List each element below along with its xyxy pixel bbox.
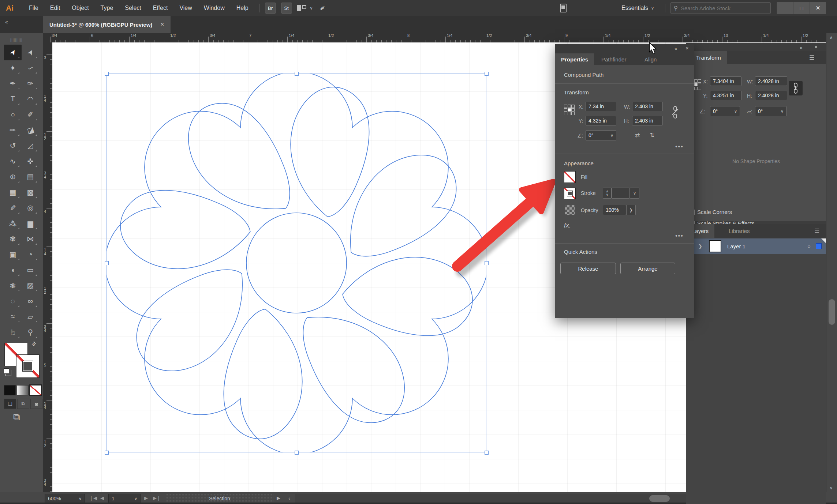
expand-layer-icon[interactable]: ❯ [698,244,702,249]
color-button[interactable] [4,385,16,395]
prev-artboard-icon[interactable]: ◀ [100,495,104,501]
dock-close-icon[interactable]: × [814,44,818,50]
pen-tool[interactable]: ✒ [4,76,22,91]
menu-type[interactable]: Type [95,0,119,16]
fill-color-swatch[interactable] [564,171,576,183]
rotate-tool[interactable]: ↺ [4,138,22,154]
measure-tool[interactable]: ▭ [22,262,39,278]
shear-field[interactable]: 0°∨ [755,106,786,116]
default-fill-stroke-icon[interactable] [4,368,9,374]
flip-vertical-icon[interactable]: ⇅ [650,132,654,139]
shaper-tool[interactable]: ◌ [4,293,22,309]
curvature-tool[interactable]: ✑ [22,76,39,91]
scale-tool[interactable]: ◿ [22,138,39,154]
chevron-down-icon[interactable]: ∨ [310,6,313,11]
bbox-handle[interactable] [105,261,109,265]
artboard-tool[interactable]: ▱ [22,309,39,325]
bridge-button[interactable]: Br [265,3,276,14]
menu-help[interactable]: Help [231,0,254,16]
last-artboard-icon[interactable]: ▶❘ [153,495,161,501]
horizontal-scroll-thumb[interactable] [649,495,670,502]
maximize-button[interactable]: □ [793,2,810,14]
bbox-handle[interactable] [485,451,489,455]
toolbar-collapse-icon[interactable]: « [5,19,8,25]
w-field[interactable]: 2.403 in [632,102,663,111]
vertical-ruler[interactable]: 314123441412345141234 [43,42,53,492]
layer-row[interactable]: ❯ Layer 1 ○ [686,238,826,254]
lasso-tool[interactable]: ∽ [22,60,39,76]
more-options-icon[interactable]: ••• [675,233,684,239]
bbox-handle[interactable] [295,72,299,76]
y-field[interactable]: 4.325 in [586,116,616,125]
target-circle-icon[interactable]: ○ [807,243,811,249]
tab-libraries[interactable]: Libraries [723,224,756,238]
draw-inside-button[interactable]: ◙ [30,399,42,409]
opacity-expand[interactable]: ❯ [626,205,636,215]
more-options-icon[interactable]: ••• [675,143,684,150]
chain-broken-icon[interactable] [672,106,679,119]
pencil-tool[interactable]: ✏ [4,123,22,138]
shape-builder-tool[interactable]: ⊕ [4,169,22,185]
stroke-swatch-none[interactable] [16,354,40,378]
menu-view[interactable]: View [173,0,198,16]
scroll-left-icon[interactable]: ‹ [288,495,290,502]
flower-compound-path[interactable] [107,74,486,452]
tab-pathfinder[interactable]: Pathfinder [595,53,632,65]
panel-close-icon[interactable]: × [685,45,689,51]
rotate-field[interactable]: 0°∨ [710,106,740,116]
screen-mode-icon[interactable]: ⧉ [13,411,20,423]
workspace-switcher[interactable]: Essentials [621,5,648,11]
draw-normal-button[interactable]: ❏ [4,399,16,409]
draw-behind-button[interactable]: ⧉ [17,399,29,409]
type-tool[interactable]: T [4,91,22,107]
opacity-field[interactable]: 100% [603,205,626,215]
constrain-proportions-toggle[interactable] [789,81,803,95]
swap-fill-stroke-icon[interactable]: ⇄ [30,340,38,348]
x-field[interactable]: 7.34 in [586,102,616,111]
bbox-handle[interactable] [105,451,109,455]
stroke-weight-stepper[interactable]: ∧∨ [603,188,612,199]
close-tab-icon[interactable]: × [160,21,164,28]
bbox-handle[interactable] [105,72,109,76]
puppet-warp-tool[interactable]: ✜ [22,154,39,169]
stroke-weight-field[interactable] [612,188,630,199]
arrange-documents-icon[interactable] [297,5,306,11]
scroll-down-icon[interactable]: ∨ [830,486,833,490]
zoom-tool[interactable]: ⚲ [22,324,39,340]
none-button[interactable] [30,385,41,395]
free-transform-tool[interactable]: ▣ [4,247,22,263]
opacity-label[interactable]: Opacity [581,207,598,214]
magic-wand-tool[interactable]: ✦ [4,60,22,76]
delete-anchor-tool[interactable]: ◖ [4,262,22,278]
reference-point-grid[interactable] [564,105,575,115]
convert-anchor-tool[interactable]: ◔ [22,247,39,263]
width-tool[interactable]: ∿ [4,154,22,169]
chevron-down-icon[interactable]: ∨ [651,6,654,11]
tab-transform[interactable]: Transform [690,51,727,64]
paintbrush-tool[interactable]: ✐ [22,107,39,123]
column-graph-tool[interactable]: ▆ [22,216,39,232]
fx-effects-button[interactable]: fx. [564,222,571,229]
panel-collapse-icon[interactable]: « [675,46,677,51]
stroke-color-swatch[interactable] [564,188,576,199]
zoom-dropdown-icon[interactable]: ∨ [79,496,82,501]
release-button[interactable]: Release [560,263,616,274]
w-field[interactable]: 2.4028 in [755,76,787,86]
bbox-handle[interactable] [295,451,299,455]
close-window-button[interactable]: ✕ [810,2,826,14]
search-input[interactable] [680,5,755,12]
dock-collapse-icon[interactable]: « [800,45,803,50]
bbox-handle[interactable] [485,72,489,76]
menu-edit[interactable]: Edit [44,0,66,16]
menu-object[interactable]: Object [66,0,94,16]
horizontal-ruler[interactable]: 3/461/41/23/471/41/23/481/41/23/491/41/2… [43,33,826,43]
menu-file[interactable]: File [23,0,44,16]
ellipse-tool[interactable]: ○ [4,107,22,123]
selection-proxy[interactable] [816,243,822,249]
perspective-grid-tool[interactable]: ▤ [22,169,39,185]
menu-select[interactable]: Select [119,0,147,16]
direct-selection-tool[interactable]: ➤ [22,45,39,60]
menu-effect[interactable]: Effect [147,0,174,16]
gradient-button[interactable] [17,385,29,395]
next-artboard-icon[interactable]: ▶ [144,495,148,501]
